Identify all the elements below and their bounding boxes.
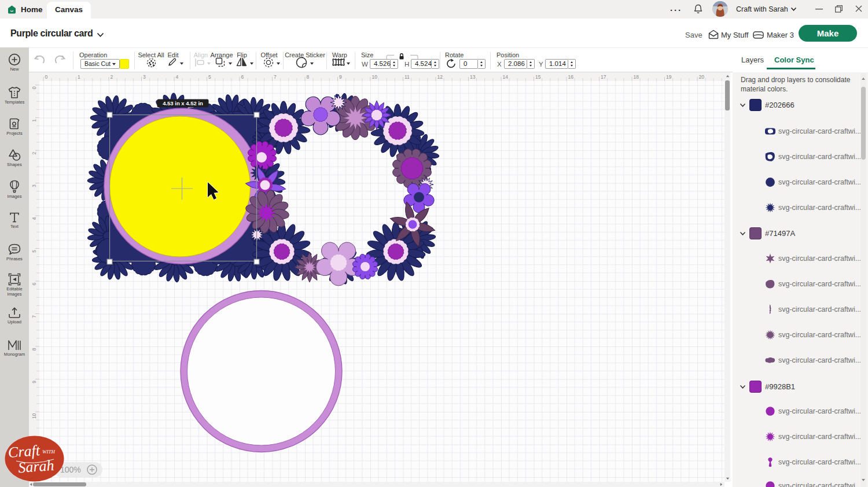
svg-text:0: 0 [31, 86, 37, 89]
svg-text:11: 11 [404, 74, 410, 80]
svg-text:10: 10 [372, 74, 378, 80]
svg-text:20: 20 [699, 74, 705, 80]
svg-text:7: 7 [31, 315, 37, 318]
svg-text:6: 6 [241, 74, 244, 80]
svg-text:8: 8 [31, 348, 37, 351]
svg-text:16: 16 [568, 74, 574, 80]
svg-text:9: 9 [339, 74, 342, 80]
svg-text:2: 2 [31, 152, 37, 154]
svg-text:9: 9 [31, 381, 37, 383]
svg-text:3: 3 [31, 185, 37, 187]
svg-text:13: 13 [470, 74, 476, 80]
svg-text:1: 1 [31, 119, 37, 122]
svg-text:4.53 in x 4.52 in: 4.53 in x 4.52 in [163, 100, 203, 106]
svg-text:0: 0 [45, 74, 48, 80]
svg-text:6: 6 [31, 282, 37, 285]
svg-text:3: 3 [143, 74, 146, 80]
svg-text:4: 4 [31, 217, 37, 220]
svg-text:5: 5 [31, 250, 37, 253]
svg-text:4: 4 [176, 74, 179, 80]
svg-text:17: 17 [601, 74, 606, 80]
svg-text:7: 7 [274, 74, 277, 80]
svg-text:18: 18 [634, 74, 639, 80]
svg-text:1: 1 [78, 74, 80, 80]
svg-text:WITH: WITH [42, 449, 55, 455]
svg-text:14: 14 [503, 74, 509, 80]
svg-text:12: 12 [437, 74, 443, 80]
svg-text:5: 5 [208, 74, 211, 80]
svg-text:8: 8 [307, 74, 310, 80]
svg-text:2: 2 [111, 74, 113, 80]
svg-text:15: 15 [535, 74, 541, 80]
svg-text:19: 19 [666, 74, 672, 80]
svg-text:10: 10 [31, 413, 37, 419]
svg-text:Sarah: Sarah [17, 457, 54, 476]
